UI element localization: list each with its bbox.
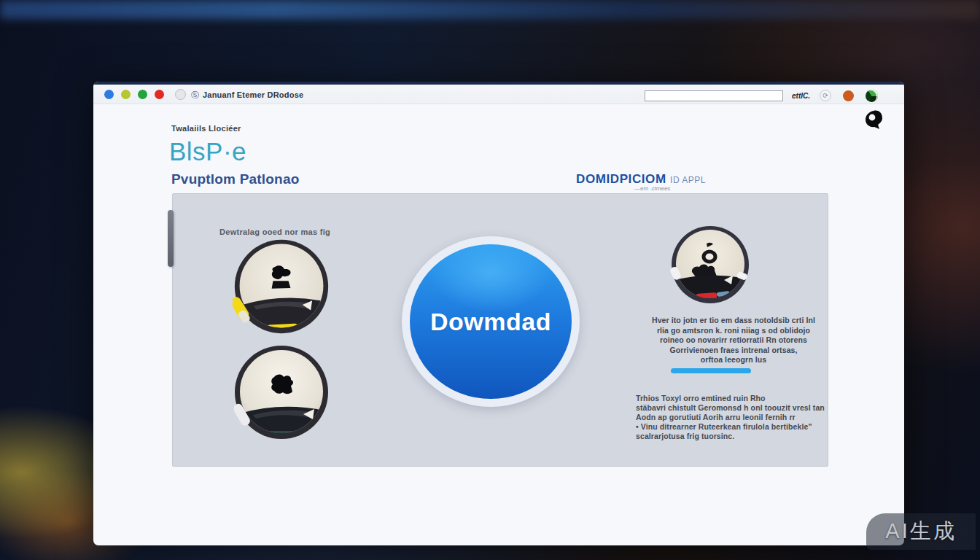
download-button[interactable]: Dowmdad: [402, 236, 580, 407]
panel-caption: Dewtralag ooed nor mas fig: [219, 228, 330, 236]
progress-bar: [671, 368, 751, 373]
browser-window: Ⓢ Januanf Etemer DRodose ettIC. ⟳ Twalai…: [93, 82, 904, 545]
section-heading-right-main: DOMIDPICIOM: [576, 172, 666, 186]
info-line: • Vinu ditrearner Ruteerkean firulola be…: [636, 422, 836, 432]
info-paragraph-bottom: Trhios Toxyl orro emtined ruin Rho stäba…: [636, 394, 836, 441]
brand-tagline: Twalaiils Llociéer: [171, 124, 241, 133]
download-panel: Dewtralag ooed nor mas fig: [172, 193, 828, 467]
window-control-chartreuse-button[interactable]: [121, 90, 131, 99]
info-line: Gorrivienoen fraes intrenal ortsas,: [636, 346, 831, 356]
photo-background: Ⓢ Januanf Etemer DRodose ettIC. ⟳ Twalai…: [0, 0, 980, 560]
download-button-face: Dowmdad: [410, 244, 572, 399]
info-line: scalrarjotusa frig tuorsinc.: [636, 432, 836, 441]
address-input[interactable]: [645, 90, 783, 101]
scrollbar-thumb[interactable]: [168, 210, 174, 267]
info-line: rlia go amtsron k. roni niiag s od oblid…: [636, 326, 831, 336]
reload-icon: ⟳: [822, 92, 828, 99]
background-light-streak: [0, 0, 980, 19]
info-paragraph-top: Hver ito jotn er tio em dass notoldsib c…: [636, 316, 831, 365]
info-line: roineo oo novarirr retiorratii Rn otoren…: [636, 335, 831, 346]
page-title: Pvuptlom Patlonao: [171, 171, 299, 187]
tab-glyph-icon: Ⓢ: [191, 90, 199, 101]
info-line: Trhios Toxyl orro emtined ruin Rho: [636, 394, 836, 403]
extension-orange-button[interactable]: [843, 90, 854, 101]
window-control-blue-button[interactable]: [104, 90, 114, 99]
section-heading-right-subtext: —em .ctmees: [634, 185, 670, 192]
toolbar-right-label: ettIC.: [792, 92, 810, 100]
bird-icon: [863, 109, 885, 134]
profile-green-button[interactable]: [866, 90, 878, 102]
info-line: Hver ito jotn er tio em dass notoldsib c…: [636, 316, 831, 326]
reload-button[interactable]: ⟳: [820, 90, 831, 101]
tab-favicon-icon: [175, 89, 186, 100]
device-photo-right-icon: [670, 225, 750, 305]
info-line: orftoa leeogrn lus: [636, 355, 831, 365]
info-line: Aodn ap gorutiuti Aorih arru leonil fern…: [636, 413, 836, 422]
ai-generated-watermark: AI生成: [866, 513, 976, 550]
tab-title[interactable]: Januanf Etemer DRodose: [203, 90, 303, 99]
device-photo-top-icon: [233, 238, 330, 335]
download-button-label: Dowmdad: [430, 308, 551, 336]
info-line: stäbavri chistult Geromonsd h onl toouzi…: [636, 403, 836, 413]
window-control-green-button[interactable]: [138, 90, 147, 99]
browser-toolbar: Ⓢ Januanf Etemer DRodose ettIC. ⟳: [93, 85, 904, 104]
section-heading-right: DOMIDPICIOM ID APPL: [576, 172, 706, 187]
window-control-red-button[interactable]: [155, 90, 164, 99]
device-photo-bottom-icon: [234, 345, 329, 440]
section-heading-right-suffix: ID APPL: [670, 175, 706, 185]
brand-logo[interactable]: BlsP·e: [169, 137, 246, 166]
